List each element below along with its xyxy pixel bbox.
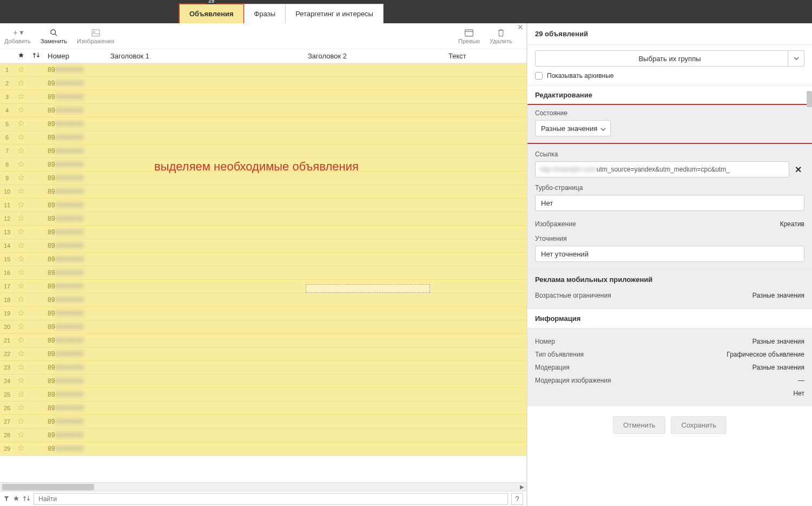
row-star-icon[interactable] [14,404,28,412]
col-number[interactable]: Номер [44,52,107,60]
row-star-icon[interactable] [14,418,28,426]
row-star-icon[interactable] [14,215,28,223]
table-row[interactable]: 118900000000 [0,199,526,212]
tab-phrases[interactable]: Фразы [244,4,286,23]
row-star-icon[interactable] [14,120,28,128]
clear-link-icon[interactable]: ✕ [791,161,804,178]
table-row[interactable]: 138900000000 [0,226,526,239]
row-star-icon[interactable] [14,107,28,115]
table-row[interactable]: 28900000000 [0,77,526,90]
link-turbo-section: Ссылка http://example.com/utm_source=yan… [527,144,812,268]
row-star-icon[interactable] [14,80,28,88]
row-star-icon[interactable] [14,323,28,331]
col-star[interactable] [14,52,28,60]
table-row[interactable]: 78900000000 [0,144,526,158]
star-filter-icon[interactable] [13,495,19,503]
row-star-icon[interactable] [14,93,28,101]
row-star-icon[interactable] [14,174,28,182]
table-row[interactable]: 278900000000 [0,415,526,429]
delete-button[interactable]: Удалить [490,28,512,44]
table-row[interactable]: 298900000000 [0,442,526,456]
row-star-icon[interactable] [14,337,28,345]
table-row[interactable]: 148900000000 [0,239,526,253]
table-row[interactable]: 218900000000 [0,334,526,347]
row-number: 8900000000 [44,107,107,114]
toolbar: ＋▾ Добавить Заменить Изображения [0,23,526,49]
right-pane: 29 объявлений Выбрать их группы Показыва… [527,23,812,506]
row-star-icon[interactable] [14,296,28,304]
state-dropdown[interactable]: Разные значения [535,120,611,136]
row-star-icon[interactable] [14,201,28,209]
row-star-icon[interactable] [14,161,28,169]
preview-button[interactable]: Превью [458,28,480,44]
right-scrollbar-thumb[interactable] [807,91,812,107]
help-button[interactable]: ? [511,493,523,505]
row-star-icon[interactable] [14,310,28,318]
table-row[interactable]: 178900000000 [0,280,526,293]
row-star-icon[interactable] [14,188,28,196]
table-row[interactable]: 288900000000 [0,429,526,442]
table-row[interactable]: 258900000000 [0,388,526,402]
row-star-icon[interactable] [14,228,28,236]
row-star-icon[interactable] [14,282,28,291]
table-row[interactable]: 198900000000 [0,307,526,320]
row-star-icon[interactable] [14,134,28,142]
images-button[interactable]: Изображения [77,28,114,44]
replace-button[interactable]: Заменить [41,28,67,44]
row-index: 3 [0,94,14,100]
table-header: Номер Заголовок 1 Заголовок 2 Текст [0,49,526,63]
filter-icon[interactable] [3,495,10,503]
cancel-button[interactable]: Отменить [613,416,665,434]
save-button[interactable]: Сохранить [671,416,727,434]
row-star-icon[interactable] [14,147,28,155]
row-star-icon[interactable] [14,377,28,385]
table-row[interactable]: 158900000000 [0,253,526,266]
table-row[interactable]: 38900000000 [0,90,526,104]
row-star-icon[interactable] [14,255,28,264]
table-row[interactable]: 208900000000 [0,320,526,334]
row-star-icon[interactable] [14,431,28,439]
table-body[interactable]: выделяем необходимые объявления 18900000… [0,63,526,482]
row-star-icon[interactable] [14,66,28,74]
tab-ads[interactable]: 29 Объявления [179,3,245,23]
row-index: 11 [0,202,14,208]
row-star-icon[interactable] [14,364,28,372]
row-star-icon[interactable] [14,350,28,358]
turbo-input[interactable]: Нет [535,195,804,211]
hscroll-thumb[interactable] [2,484,94,490]
clarif-input[interactable]: Нет уточнений [535,246,804,262]
col-heading2[interactable]: Заголовок 2 [305,52,445,60]
table-row[interactable]: 58900000000 [0,117,526,131]
hscroll-arrow-right-icon[interactable]: ▶ [518,484,526,490]
tab-retargeting[interactable]: Ретаргетинг и интересы [285,4,384,23]
col-heading1[interactable]: Заголовок 1 [107,52,305,60]
table-row[interactable]: 228900000000 [0,347,526,361]
col-sort[interactable] [28,52,44,60]
table-row[interactable]: 18900000000 [0,63,526,77]
table-row[interactable]: 68900000000 [0,131,526,144]
table-row[interactable]: 188900000000 [0,293,526,307]
sort-filter-icon[interactable] [23,495,30,503]
col-text[interactable]: Текст [445,52,526,60]
add-button[interactable]: ＋▾ Добавить [4,28,31,44]
table-row[interactable]: 238900000000 [0,361,526,374]
table-row[interactable]: 168900000000 [0,266,526,280]
search-input[interactable] [34,493,508,505]
table-row[interactable]: 248900000000 [0,374,526,388]
table-row[interactable]: 88900000000 [0,158,526,172]
table-row[interactable]: 268900000000 [0,402,526,415]
row-star-icon[interactable] [14,242,28,250]
table-row[interactable]: 108900000000 [0,185,526,199]
link-input[interactable]: http://example.com/utm_source=yandex&utm… [535,161,789,178]
horizontal-scrollbar[interactable]: ▶ [0,482,526,491]
row-star-icon[interactable] [14,391,28,399]
row-star-icon[interactable] [14,445,28,453]
table-row[interactable]: 128900000000 [0,212,526,226]
select-groups-dropdown[interactable]: Выбрать их группы [535,50,804,67]
row-number: 8900000000 [44,161,107,168]
row-star-icon[interactable] [14,269,28,277]
table-row[interactable]: 98900000000 [0,172,526,185]
table-row[interactable]: 48900000000 [0,104,526,117]
show-archived-checkbox[interactable]: Показывать архивные [535,72,804,80]
row-number: 8900000000 [44,282,107,290]
